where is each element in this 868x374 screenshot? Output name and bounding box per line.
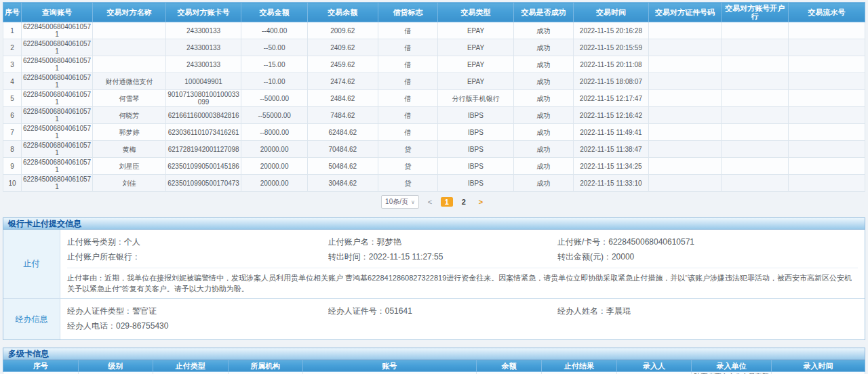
cell-debit-credit-flag: 贷 [378, 141, 437, 158]
cell-seq: 4 [3, 73, 22, 90]
field: 止付账户所在银行： [67, 251, 328, 263]
transaction-row: 1 6228450068040610571 243300133 --400.00… [3, 22, 865, 39]
cell-counterparty-card: 6230361101073416261 [165, 124, 241, 141]
cell-success: 成功 [513, 73, 573, 90]
cell-balance: 2459.62 [307, 56, 378, 73]
cell-counterparty-name: 郭梦婷 [93, 124, 166, 141]
field: 经办人证件号：051641 [328, 306, 557, 317]
multi-card-row: 1 一级 第三方止付 中国农业银行 6228412860827322819 成功… [3, 372, 865, 374]
group-label-stop-payment: 止付 [3, 230, 60, 298]
stop-reason-text: 止付事由：近期，我单位在接报刘妮被骗警情中，发现涉案人员利用贵单位相关账户 曹鸿… [67, 268, 858, 294]
page-1-button[interactable]: 1 [441, 197, 453, 207]
pagination: 10条/页 ∨ < 1 2 > [3, 194, 865, 210]
page-prev-button[interactable]: < [424, 197, 436, 207]
cell-counterparty-bank [722, 141, 789, 158]
page-2-button[interactable]: 2 [458, 197, 470, 207]
page-next-button[interactable]: > [475, 197, 487, 207]
column-header: 账号 [303, 360, 477, 372]
field-label: 转出时间： [328, 252, 369, 262]
stop-payment-section-title: 银行卡止付提交信息 [8, 219, 81, 228]
cell-balance: 50484.62 [307, 158, 378, 175]
cell-balance: 30484.62 [307, 175, 378, 192]
column-header: 交易对方证件号码 [648, 3, 722, 22]
column-header: 交易流水号 [789, 3, 865, 22]
field-value: 李晨琨 [606, 306, 631, 316]
field-label: 止付账户名： [328, 237, 377, 247]
cell-balance: 70484.62 [307, 141, 378, 158]
cell-seq: 3 [3, 56, 22, 73]
cell-entered-by: 李晨琨 [616, 372, 692, 374]
page: 序号查询账号交易对方名称交易对方账卡号交易金额交易余额借贷标志交易类型交易是否成… [0, 0, 868, 374]
cell-counterparty-name: 刘佳 [93, 175, 166, 192]
cell-success: 成功 [513, 107, 573, 124]
cell-time: 2022-11-15 11:33:10 [574, 175, 648, 192]
cell-type: IBPS [438, 158, 514, 175]
cell-counterparty-name [93, 56, 166, 73]
field-label: 经办人证件类型： [67, 306, 132, 316]
cell-seq: 9 [3, 158, 22, 175]
field: 转出时间：2022-11-15 11:27:55 [328, 251, 557, 263]
cell-account: 6228412860827322819 [303, 372, 477, 374]
cell-balance: 7484.62 [307, 107, 378, 124]
cell-amount: 20000.00 [241, 158, 307, 175]
field-value: 20000 [612, 252, 634, 262]
stop-payment-fields: 止付账号类别：个人 止付账户名：郭梦艳 止付账/卡号：6228450068040… [60, 230, 865, 298]
cell-query-account: 6228450068040610571 [21, 124, 92, 141]
column-header: 录入人 [616, 360, 692, 372]
cell-time: 2022-11-15 12:16:42 [574, 107, 648, 124]
column-header: 止付类型 [153, 360, 229, 372]
cell-debit-credit-flag: 借 [378, 73, 437, 90]
cell-balance: 2409.62 [307, 39, 378, 56]
cell-query-account: 6228450068040610571 [21, 73, 92, 90]
transactions-table: 序号查询账号交易对方名称交易对方账卡号交易金额交易余额借贷标志交易类型交易是否成… [3, 2, 865, 192]
cell-time: 2022-11-15 11:34:25 [574, 158, 648, 175]
cell-counterparty-bank [722, 107, 789, 124]
cell-success: 成功 [513, 141, 573, 158]
field-label: 止付账号类别： [67, 237, 124, 247]
cell-debit-credit-flag: 借 [378, 90, 437, 107]
cell-counterparty-card: 243300133 [165, 22, 241, 39]
cell-serial-no [789, 39, 865, 56]
transactions-header-row: 序号查询账号交易对方名称交易对方账卡号交易金额交易余额借贷标志交易类型交易是否成… [3, 3, 865, 22]
column-header: 交易时间 [574, 3, 648, 22]
field: 止付账/卡号：6228450068040610571 [557, 236, 858, 248]
cell-query-account: 6228450068040610571 [21, 56, 92, 73]
cell-level: 一级 [78, 372, 153, 374]
cell-time: 2022-11-15 20:11:08 [574, 56, 648, 73]
column-header: 止付结果 [542, 360, 617, 372]
stop-payment-section-header: 银行卡止付提交信息 [3, 217, 865, 230]
field: 止付账户名：郭梦艳 [328, 236, 557, 248]
column-header: 序号 [3, 360, 79, 372]
cell-serial-no [789, 56, 865, 73]
cell-serial-no [789, 73, 865, 90]
cell-serial-no [789, 158, 865, 175]
stop-payment-row: 止付 止付账号类别：个人 止付账户名：郭梦艳 止付账/卡号：6228450068… [3, 230, 865, 299]
cell-time: 2022-11-15 20:16:28 [574, 22, 648, 39]
column-header: 交易金额 [241, 3, 307, 22]
column-header: 交易余额 [307, 3, 378, 22]
cell-time: 2022-11-15 12:17:47 [574, 90, 648, 107]
cell-serial-no [789, 175, 865, 192]
cell-seq: 1 [3, 22, 22, 39]
cell-counterparty-id [648, 39, 722, 56]
field-label: 经办人证件号： [328, 306, 385, 316]
cell-success: 成功 [513, 158, 573, 175]
cell-counterparty-card: 243300133 [165, 56, 241, 73]
cell-balance: 2484.62 [307, 90, 378, 107]
cell-type: IBPS [438, 107, 514, 124]
field-label: 止付账户所在银行： [67, 252, 140, 262]
field: 经办人电话：029-86755430 [67, 320, 328, 332]
column-header: 交易是否成功 [513, 3, 573, 22]
cell-balance: 62484.62 [307, 124, 378, 141]
handler-info-row: 经办信息 经办人证件类型：警官证 经办人证件号：051641 经办人姓名：李晨琨… [3, 299, 865, 339]
cell-counterparty-bank [722, 73, 789, 90]
cell-seq: 6 [3, 107, 22, 124]
page-size-select[interactable]: 10条/页 ∨ [381, 195, 419, 209]
cell-counterparty-card: 243300133 [165, 39, 241, 56]
field-label: 经办人姓名： [557, 306, 606, 316]
cell-query-account: 6228450068040610571 [21, 175, 92, 192]
group-label-handler-info: 经办信息 [3, 299, 60, 339]
field-value: 6228450068040610571 [608, 237, 694, 247]
field-value: 个人 [124, 237, 140, 247]
column-header: 交易对方账卡号 [165, 3, 241, 22]
